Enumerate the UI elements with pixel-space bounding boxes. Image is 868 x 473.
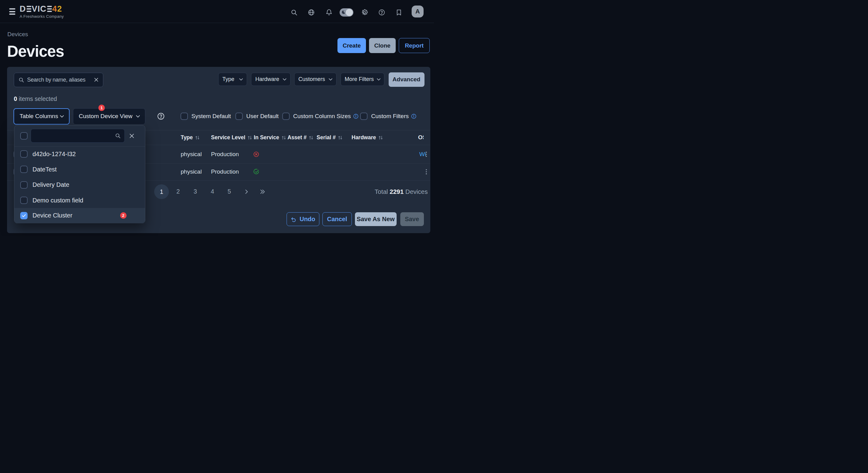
- custom-column-sizes-checkbox[interactable]: [282, 113, 290, 120]
- column-header-in-service-label: In Service: [254, 135, 279, 141]
- column-header-in-service[interactable]: In Service: [254, 135, 286, 141]
- filter-type-label: Type: [222, 76, 235, 83]
- device-search: [14, 73, 103, 87]
- chevron-down-icon: [282, 77, 287, 82]
- page-2-button[interactable]: 2: [174, 188, 183, 195]
- page-4-button[interactable]: 4: [208, 188, 217, 195]
- view-select-label: Custom Device View: [79, 113, 132, 120]
- custom-filters-checkbox[interactable]: [360, 113, 368, 120]
- system-default-checkbox-row[interactable]: System Default: [181, 113, 231, 120]
- page-3-button[interactable]: 3: [191, 188, 200, 195]
- column-header-serial[interactable]: Serial #: [317, 135, 343, 141]
- bookmark-icon[interactable]: [395, 9, 402, 16]
- column-header-os[interactable]: OS: [418, 134, 424, 141]
- sort-icon[interactable]: [309, 135, 314, 140]
- device-search-input[interactable]: [24, 77, 93, 83]
- filter-type[interactable]: Type: [218, 73, 247, 86]
- theme-toggle[interactable]: [340, 8, 353, 17]
- table-columns-label: Table Columns: [20, 113, 58, 120]
- select-all-checkbox[interactable]: [20, 132, 28, 140]
- gear-icon[interactable]: [361, 9, 368, 16]
- menu-item[interactable]: Delivery Date: [14, 177, 145, 193]
- item-label: DateTest: [32, 166, 57, 173]
- breadcrumb[interactable]: Devices: [7, 31, 28, 38]
- search-icon: [115, 133, 121, 139]
- item-checkbox[interactable]: [20, 181, 28, 189]
- avatar[interactable]: A: [412, 5, 424, 18]
- advanced-button[interactable]: Advanced: [389, 72, 425, 87]
- search-icon[interactable]: [290, 9, 298, 16]
- undo-label: Undo: [300, 216, 315, 223]
- page-1-button[interactable]: 1: [154, 184, 169, 199]
- custom-filters-checkbox-row[interactable]: Custom Filters: [360, 113, 416, 120]
- filter-customers[interactable]: Customers: [294, 73, 337, 86]
- column-header-asset[interactable]: Asset #: [287, 135, 314, 141]
- toggle-knob: [346, 9, 353, 16]
- system-default-checkbox[interactable]: [181, 113, 188, 120]
- item-checkbox[interactable]: [20, 166, 28, 173]
- help-circle-icon[interactable]: [157, 112, 165, 120]
- sort-icon[interactable]: [281, 135, 286, 140]
- user-default-checkbox[interactable]: [236, 113, 243, 120]
- globe-icon[interactable]: [308, 9, 315, 16]
- last-page-icon[interactable]: [259, 189, 266, 195]
- menu-header: [14, 125, 145, 147]
- item-checkbox[interactable]: [20, 150, 28, 158]
- table-columns-button[interactable]: Table Columns: [13, 108, 69, 124]
- menu-item[interactable]: DateTest: [14, 161, 145, 177]
- info-icon[interactable]: [353, 114, 359, 119]
- row-menu-icon[interactable]: [424, 169, 429, 175]
- cell-type: physical: [181, 151, 202, 158]
- custom-filters-label: Custom Filters: [371, 113, 409, 120]
- column-header-hardware[interactable]: Hardware: [351, 135, 383, 141]
- menu-hamburger-icon[interactable]: [9, 8, 15, 15]
- chevron-down-icon: [328, 77, 333, 82]
- cell-service-level: Production: [211, 151, 239, 158]
- menu-item[interactable]: d42do-1274-I32: [14, 146, 145, 161]
- column-header-service-level[interactable]: Service Level: [211, 135, 253, 141]
- cell-type: physical: [181, 169, 202, 175]
- filter-hardware[interactable]: Hardware: [251, 73, 290, 86]
- items-selected-count: 0: [14, 95, 17, 102]
- logo-letters-vic: VIC: [32, 5, 46, 12]
- cancel-button[interactable]: Cancel: [322, 212, 352, 226]
- item-checkbox[interactable]: [20, 197, 28, 204]
- clear-search-icon[interactable]: [93, 77, 99, 83]
- sort-icon[interactable]: [338, 135, 343, 140]
- column-header-hardware-label: Hardware: [351, 135, 376, 141]
- column-header-type[interactable]: Type: [181, 135, 200, 141]
- item-checkbox-checked[interactable]: [20, 212, 28, 219]
- chevron-down-icon: [239, 77, 244, 82]
- in-service-icon: [253, 169, 259, 175]
- save-button[interactable]: Save: [400, 212, 424, 226]
- item-badge: 2: [120, 212, 127, 219]
- total-devices: Total 2291 Devices: [375, 188, 428, 196]
- custom-column-sizes-checkbox-row[interactable]: Custom Column Sizes: [282, 113, 359, 120]
- sort-icon[interactable]: [247, 135, 252, 140]
- row-menu-icon[interactable]: [424, 151, 429, 157]
- menu-item[interactable]: Demo custom field: [14, 193, 145, 208]
- brand-logo[interactable]: D VIC 4 2 A Freshworks Company: [20, 5, 64, 19]
- column-header-os-label: OS: [418, 134, 424, 141]
- view-select-button[interactable]: Custom Device View: [73, 108, 145, 124]
- help-icon[interactable]: [378, 9, 385, 16]
- filter-more-filters[interactable]: More Filters: [341, 73, 385, 86]
- page-5-button[interactable]: 5: [225, 188, 234, 195]
- sort-icon[interactable]: [195, 135, 200, 140]
- report-button[interactable]: Report: [399, 38, 430, 53]
- cell-service-level: Production: [211, 169, 239, 175]
- undo-button[interactable]: Undo: [286, 212, 319, 226]
- sort-icon[interactable]: [378, 135, 383, 140]
- save-as-new-button[interactable]: Save As New: [355, 212, 397, 226]
- column-header-type-label: Type: [181, 135, 193, 141]
- bell-icon[interactable]: [326, 9, 333, 16]
- menu-search-input[interactable]: [31, 132, 115, 139]
- user-default-checkbox-row[interactable]: User Default: [236, 113, 279, 120]
- create-button[interactable]: Create: [337, 38, 366, 53]
- check-icon: [22, 213, 26, 218]
- menu-item-selected[interactable]: Device Cluster 2: [14, 208, 145, 223]
- info-icon[interactable]: [411, 114, 416, 119]
- clone-button[interactable]: Clone: [369, 38, 396, 53]
- next-page-icon[interactable]: [243, 189, 249, 195]
- close-icon[interactable]: [129, 133, 135, 139]
